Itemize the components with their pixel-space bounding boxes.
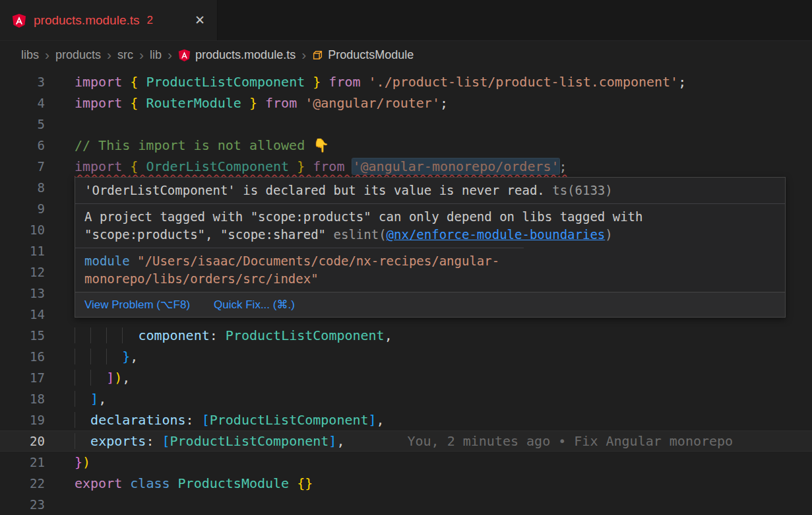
code-line-5[interactable]: 5 (0, 114, 812, 135)
chevron-right-icon: › (139, 48, 144, 63)
line-text[interactable]: component: ProductListComponent, (45, 325, 392, 346)
breadcrumb-label: products.module.ts (195, 48, 296, 62)
code-line-23[interactable]: 23 (0, 494, 812, 515)
breadcrumb-item-lib[interactable]: lib (150, 48, 162, 62)
line-text[interactable]: import { RouterModule } from '@angular/r… (45, 92, 448, 114)
code-line-18[interactable]: 18 ], (0, 388, 812, 409)
tab-products-module-ts[interactable]: products.module.ts 2 ✕ (0, 0, 218, 40)
line-text[interactable] (45, 304, 75, 325)
code-line-4[interactable]: 4import { RouterModule } from '@angular/… (0, 92, 812, 114)
line-number[interactable]: 20 (0, 430, 45, 452)
ts-diagnostic-row: 'OrderListComponent' is declared but its… (75, 178, 785, 203)
module-path: "/Users/isaac/Documents/code/nx-recipes/… (84, 254, 499, 286)
chevron-right-icon: › (107, 48, 111, 63)
line-number[interactable]: 5 (0, 114, 45, 135)
line-number[interactable]: 7 (0, 156, 45, 177)
eslint-message-line2: "scope:products", "scope:shared" eslint(… (84, 226, 776, 244)
code-line-3[interactable]: 3import { ProductListComponent } from '.… (0, 71, 812, 92)
angular-icon (12, 13, 26, 28)
breadcrumb-label: products (55, 48, 101, 62)
line-number[interactable]: 8 (0, 177, 45, 198)
ts-diagnostic-code: ts(6133) (552, 183, 613, 197)
code-line-17[interactable]: 17 ]), (0, 367, 812, 388)
line-text[interactable] (45, 261, 75, 283)
line-text[interactable] (45, 494, 75, 515)
line-text[interactable]: import { OrderListComponent } from '@ang… (45, 156, 567, 177)
line-number[interactable]: 21 (0, 452, 45, 473)
module-info-row: module "/Users/isaac/Documents/code/nx-r… (75, 248, 524, 292)
breadcrumb-item-products[interactable]: products (55, 48, 101, 62)
line-text[interactable]: ]), (45, 367, 130, 388)
eslint-diagnostic-row: A project tagged with "scope:products" c… (75, 203, 785, 248)
breadcrumb-label: ProductsModule (328, 48, 414, 62)
line-number[interactable]: 17 (0, 367, 45, 388)
tab-title: products.module.ts (34, 13, 140, 28)
line-number[interactable]: 22 (0, 473, 45, 494)
line-text[interactable]: import { ProductListComponent } from './… (45, 71, 686, 92)
line-number[interactable]: 23 (0, 494, 45, 515)
code-line-7[interactable]: 7import { OrderListComponent } from '@an… (0, 156, 812, 177)
breadcrumb: libs›products›src›lib›products.module.ts… (0, 41, 812, 69)
line-number[interactable]: 4 (0, 92, 45, 114)
breadcrumb-label: lib (150, 48, 162, 62)
line-text[interactable]: ], (45, 388, 106, 409)
hover-popup: 'OrderListComponent' is declared but its… (75, 177, 786, 318)
line-text[interactable] (45, 219, 75, 240)
line-number[interactable]: 14 (0, 304, 45, 325)
line-text[interactable]: }, (45, 346, 138, 367)
breadcrumb-item-products-module-ts[interactable]: products.module.ts (178, 48, 296, 62)
close-icon[interactable]: ✕ (195, 13, 205, 28)
line-number[interactable]: 10 (0, 219, 45, 240)
breadcrumb-item-productsmodule[interactable]: ProductsModule (312, 48, 414, 62)
git-blame-annotation: You, 2 minutes ago • Fix Angular monorep… (407, 433, 733, 449)
line-text[interactable] (45, 198, 75, 219)
line-text[interactable] (45, 114, 75, 135)
line-number[interactable]: 9 (0, 198, 45, 219)
line-text[interactable]: // This import is not allowed 👇 (45, 135, 329, 156)
line-text[interactable] (45, 283, 75, 304)
line-text[interactable]: declarations: [ProductListComponent], (45, 409, 385, 430)
breadcrumb-item-libs[interactable]: libs (21, 48, 39, 62)
line-number[interactable]: 11 (0, 240, 45, 261)
code-line-16[interactable]: 16 }, (0, 346, 812, 367)
breadcrumb-label: src (117, 48, 133, 62)
line-number[interactable]: 6 (0, 135, 45, 156)
code-line-21[interactable]: 21}) (0, 452, 812, 473)
code-line-22[interactable]: 22export class ProductsModule {} (0, 473, 812, 494)
chevron-right-icon: › (168, 48, 172, 63)
view-problem-action[interactable]: View Problem (⌥F8) (84, 298, 190, 312)
breadcrumb-label: libs (21, 48, 39, 62)
class-icon (312, 50, 323, 61)
line-text[interactable]: export class ProductsModule {} (45, 473, 313, 494)
breadcrumb-item-src[interactable]: src (117, 48, 133, 62)
problems-count-badge: 2 (147, 14, 153, 27)
line-number[interactable]: 13 (0, 283, 45, 304)
line-number[interactable]: 16 (0, 346, 45, 367)
chevron-right-icon: › (45, 48, 49, 63)
eslint-message-line1: A project tagged with "scope:products" c… (84, 208, 776, 226)
ts-diagnostic-message: 'OrderListComponent' is declared but its… (84, 183, 545, 197)
quick-fix-action[interactable]: Quick Fix... (⌘.) (214, 298, 295, 312)
line-number[interactable]: 15 (0, 325, 45, 346)
line-number[interactable]: 18 (0, 388, 45, 409)
line-number[interactable]: 12 (0, 261, 45, 283)
line-number[interactable]: 19 (0, 409, 45, 430)
line-text[interactable] (45, 177, 75, 198)
code-line-20[interactable]: 20 exports: [ProductListComponent],You, … (0, 430, 812, 452)
tab-bar: products.module.ts 2 ✕ (0, 0, 812, 41)
eslint-rule-link[interactable]: @nx/enforce-module-boundaries (387, 227, 606, 242)
angular-icon (178, 49, 191, 61)
line-text[interactable] (45, 240, 75, 261)
hover-status-bar: View Problem (⌥F8) Quick Fix... (⌘.) (75, 292, 785, 317)
line-text[interactable]: exports: [ProductListComponent],You, 2 m… (45, 430, 733, 452)
code-line-6[interactable]: 6// This import is not allowed 👇 (0, 135, 812, 156)
code-line-19[interactable]: 19 declarations: [ProductListComponent], (0, 409, 812, 430)
module-keyword: module (84, 254, 130, 268)
chevron-right-icon: › (301, 48, 306, 63)
line-number[interactable]: 3 (0, 71, 45, 92)
code-line-15[interactable]: 15 component: ProductListComponent, (0, 325, 812, 346)
line-text[interactable]: }) (45, 452, 90, 473)
